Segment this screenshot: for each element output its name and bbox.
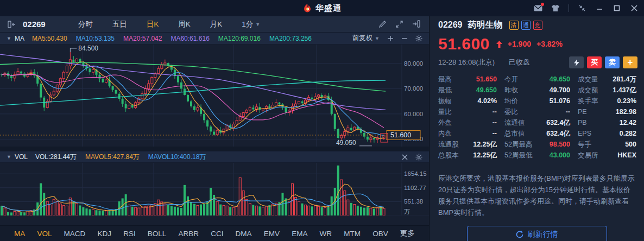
- minimize-button[interactable]: [595, 4, 604, 12]
- quote-field-成交额: 成交额1.437亿: [578, 85, 636, 96]
- vol-indicator-label: VOL: [15, 153, 28, 161]
- field-value: 51.650: [476, 75, 497, 83]
- period-tab-月K[interactable]: 月K: [210, 20, 223, 29]
- fullscreen-chart-icon[interactable]: [395, 20, 403, 28]
- close-indicator-icon[interactable]: [402, 154, 408, 160]
- shrink-window-icon[interactable]: [578, 4, 586, 12]
- price-alert-button[interactable]: [569, 56, 584, 68]
- svg-text:49.050: 49.050: [336, 139, 356, 147]
- indicator-tab-VOL[interactable]: VOL: [37, 230, 52, 238]
- indicator-tab-DMA[interactable]: DMA: [236, 230, 252, 238]
- field-value: 500: [625, 141, 636, 148]
- vol-value: VOL:281.44万: [35, 153, 77, 162]
- chevron-down-icon: ▼: [375, 36, 380, 41]
- indicator-tab-更多[interactable]: 更多: [400, 229, 415, 238]
- add-watchlist-button[interactable]: +: [623, 56, 637, 68]
- badge-沽: 沽: [509, 21, 519, 30]
- indicator-tab-CCI[interactable]: CCI: [211, 230, 223, 238]
- field-label: 内盘: [438, 129, 452, 138]
- indicator-tab-WR[interactable]: WR: [320, 230, 332, 238]
- dock-panel-icon[interactable]: [412, 20, 420, 28]
- field-value: 49.650: [550, 75, 570, 83]
- quote-field-今开: 今开49.650: [504, 74, 570, 85]
- stock-code: 02269: [23, 20, 46, 29]
- quote-field-外盘: 外盘--: [438, 117, 497, 128]
- field-value: --: [493, 130, 497, 137]
- svg-text:551.38: 551.38: [404, 198, 423, 205]
- svg-text:80.000: 80.000: [404, 60, 423, 67]
- field-value: 49.650: [476, 86, 497, 94]
- indicator-tab-BOLL[interactable]: BOLL: [148, 230, 167, 238]
- period-tab-分时[interactable]: 分时: [78, 20, 93, 29]
- field-label: 52周最低: [504, 151, 532, 160]
- trade-actions: 买 卖 +: [569, 56, 637, 68]
- settings-gear-icon[interactable]: [415, 154, 422, 161]
- zoom-out-icon[interactable]: [401, 35, 408, 42]
- field-value: 632.4亿: [546, 129, 570, 138]
- field-label: 总股本: [438, 151, 459, 160]
- period-tabs: 分时五日日K周K月K1分▼: [78, 20, 260, 29]
- refresh-icon: [516, 231, 523, 238]
- quote-field-昨收: 昨收49.700: [504, 85, 570, 96]
- indicator-tab-EMA[interactable]: EMA: [292, 230, 307, 238]
- field-label: 流通股: [438, 140, 459, 149]
- field-label: 最高: [438, 75, 452, 84]
- ma-value: MA200:73.256: [269, 35, 312, 42]
- field-label: 总市值: [504, 129, 525, 138]
- indicator-tab-MTM[interactable]: MTM: [344, 230, 361, 238]
- field-label: 振幅: [438, 97, 452, 106]
- indicator-tab-RSI[interactable]: RSI: [123, 230, 136, 238]
- close-button[interactable]: [630, 4, 639, 12]
- badge-竞: 竞: [533, 21, 542, 30]
- collapse-sidebar-icon[interactable]: [8, 21, 16, 28]
- period-tab-五日[interactable]: 五日: [112, 20, 127, 29]
- quote-field-最高: 最高51.650: [438, 74, 497, 85]
- period-tab-1分[interactable]: 1分▼: [242, 20, 260, 29]
- draw-tool-icon[interactable]: [378, 20, 387, 28]
- sell-button[interactable]: 卖: [605, 56, 620, 68]
- messages-icon[interactable]: [534, 4, 542, 12]
- quote-field-总市值: 总市值632.4亿: [504, 128, 570, 139]
- field-value: 0.23%: [617, 97, 636, 105]
- quote-field-52周最低: 52周最低43.000: [504, 150, 570, 161]
- indicator-tab-MACD[interactable]: MACD: [64, 230, 86, 238]
- svg-text:1654.15: 1654.15: [404, 170, 427, 177]
- svg-text:万: 万: [404, 208, 411, 215]
- quote-time: 12-28 16:08(北京): [438, 58, 495, 67]
- ma-value: MA5:50.430: [32, 35, 67, 42]
- quote-field-内盘: 内盘--: [438, 128, 497, 139]
- buy-button[interactable]: 买: [587, 56, 602, 68]
- period-tab-周K[interactable]: 周K: [178, 20, 191, 29]
- field-label: 委比: [504, 107, 518, 117]
- field-label: 最低: [438, 86, 452, 95]
- period-tab-日K[interactable]: 日K: [147, 20, 159, 29]
- field-label: PB: [578, 119, 587, 126]
- field-value: 51.076: [550, 97, 570, 105]
- huasheng-app-window: 华盛通: [0, 0, 644, 241]
- settings-gear-icon[interactable]: [415, 35, 422, 42]
- field-label: 成交额: [578, 86, 598, 95]
- field-label: 换手率: [578, 97, 598, 106]
- field-label: 量比: [438, 107, 452, 117]
- field-label: PE: [578, 108, 587, 116]
- field-label: 今开: [504, 75, 518, 84]
- maximize-button[interactable]: [613, 4, 621, 12]
- field-label: 成交量: [578, 75, 598, 84]
- theme-skin-icon[interactable]: [551, 4, 560, 12]
- refresh-quotes-button[interactable]: 刷新行情: [467, 226, 607, 241]
- pane-resize-handle[interactable]: [0, 147, 429, 151]
- indicator-tab-MA[interactable]: MA: [14, 230, 25, 238]
- indicator-tabs: MAVOLMACDKDJRSIBOLLARBRCCIDMAEMVEMAWRMTM…: [0, 225, 429, 241]
- chevron-down-icon[interactable]: ▼: [7, 154, 11, 160]
- zoom-in-icon[interactable]: [387, 35, 394, 42]
- indicator-tab-OBV[interactable]: OBV: [372, 230, 388, 238]
- window-controls: [534, 0, 639, 16]
- indicator-tab-KDJ[interactable]: KDJ: [97, 230, 111, 238]
- adjust-mode-dropdown[interactable]: 前复权 ▼: [352, 34, 380, 43]
- candlestick-volume-chart[interactable]: 80.00070.00060.00050.0001654.151102.7755…: [0, 33, 429, 215]
- indicator-tab-EMV[interactable]: EMV: [264, 230, 280, 238]
- chevron-down-icon[interactable]: ▼: [7, 36, 11, 41]
- quote-field-流通股: 流通股12.25亿: [438, 139, 497, 150]
- indicator-tab-ARBR[interactable]: ARBR: [179, 230, 199, 238]
- market-status: 已收盘: [509, 58, 530, 67]
